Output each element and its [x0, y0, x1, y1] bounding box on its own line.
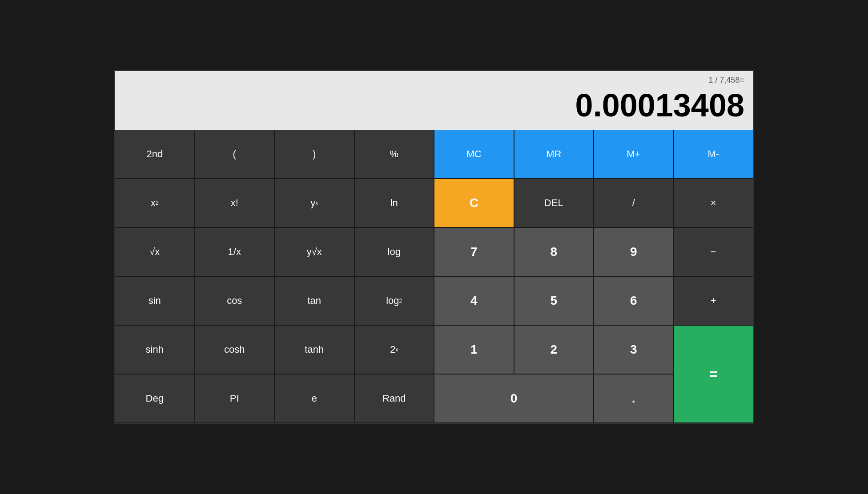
btn-deg[interactable]: Deg: [115, 374, 195, 423]
btn-sqrt[interactable]: √x: [115, 227, 195, 276]
calculator: 1 / 7,458= 0.00013408 2nd ( ) % MC MR M+…: [114, 70, 754, 424]
btn-m-minus[interactable]: M-: [674, 130, 754, 179]
btn-cosh[interactable]: cosh: [195, 325, 275, 374]
btn-m-plus[interactable]: M+: [594, 130, 674, 179]
btn-8[interactable]: 8: [514, 227, 594, 276]
btn-sin[interactable]: sin: [115, 276, 195, 325]
btn-tanh[interactable]: tanh: [274, 325, 354, 374]
btn-del[interactable]: DEL: [514, 179, 594, 227]
btn-mc[interactable]: MC: [434, 130, 514, 179]
btn-5[interactable]: 5: [514, 276, 594, 325]
btn-2-to-x[interactable]: 2x: [354, 325, 434, 374]
btn-percent[interactable]: %: [354, 130, 434, 179]
btn-y-to-x[interactable]: yx: [274, 179, 354, 227]
btn-4[interactable]: 4: [434, 276, 514, 325]
btn-1[interactable]: 1: [434, 325, 514, 374]
display-secondary: 1 / 7,458=: [124, 76, 744, 88]
btn-6[interactable]: 6: [594, 276, 674, 325]
btn-x-factorial[interactable]: x!: [195, 179, 275, 227]
display-primary: 0.00013408: [124, 88, 744, 123]
btn-log[interactable]: log: [354, 227, 434, 276]
btn-x-squared[interactable]: x2: [115, 179, 195, 227]
btn-rand[interactable]: Rand: [354, 374, 434, 423]
btn-equals[interactable]: =: [674, 325, 754, 423]
btn-2[interactable]: 2: [514, 325, 594, 374]
btn-multiply[interactable]: ×: [674, 179, 754, 227]
btn-7[interactable]: 7: [434, 227, 514, 276]
btn-decimal[interactable]: .: [594, 374, 674, 423]
btn-9[interactable]: 9: [594, 227, 674, 276]
btn-sinh[interactable]: sinh: [115, 325, 195, 374]
btn-mr[interactable]: MR: [514, 130, 594, 179]
btn-pi[interactable]: PI: [195, 374, 275, 423]
display: 1 / 7,458= 0.00013408: [115, 71, 753, 130]
btn-ln[interactable]: ln: [354, 179, 434, 227]
btn-euler[interactable]: e: [274, 374, 354, 423]
btn-y-root-x[interactable]: y√x: [274, 227, 354, 276]
btn-clear[interactable]: C: [434, 179, 514, 227]
btn-tan[interactable]: tan: [274, 276, 354, 325]
button-grid: 2nd ( ) % MC MR M+ M- x2 x! yx ln C DEL …: [115, 130, 753, 423]
btn-add[interactable]: +: [674, 276, 754, 325]
btn-cos[interactable]: cos: [195, 276, 275, 325]
btn-3[interactable]: 3: [594, 325, 674, 374]
btn-subtract[interactable]: −: [674, 227, 754, 276]
btn-reciprocal[interactable]: 1/x: [195, 227, 275, 276]
btn-close-paren[interactable]: ): [274, 130, 354, 179]
btn-divide[interactable]: /: [594, 179, 674, 227]
btn-open-paren[interactable]: (: [195, 130, 275, 179]
btn-2nd[interactable]: 2nd: [115, 130, 195, 179]
btn-log2[interactable]: log2: [354, 276, 434, 325]
btn-0[interactable]: 0: [434, 374, 594, 423]
